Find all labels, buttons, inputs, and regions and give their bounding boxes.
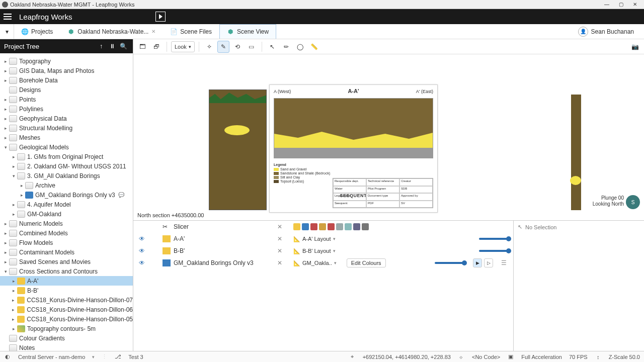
slicer-mode-button[interactable] <box>362 223 369 230</box>
tabs-dropdown-button[interactable]: ▾ <box>0 24 14 39</box>
expand-arrow-icon[interactable] <box>10 154 17 159</box>
box-tool-button[interactable]: ▭ <box>246 41 258 53</box>
tree-item[interactable]: Numeric Models <box>0 219 133 228</box>
layout-dropdown[interactable]: 📐B-B' Layout▾ <box>293 248 336 254</box>
expand-arrow-icon[interactable] <box>10 202 17 207</box>
tree-item[interactable]: GM_Oakland Borings Only v3💬 <box>0 190 133 200</box>
expand-arrow-icon[interactable] <box>2 145 9 150</box>
hamburger-menu-button[interactable] <box>0 9 15 24</box>
window-link-button[interactable]: 🗗 <box>150 41 163 53</box>
look-dropdown[interactable]: Look▾ <box>171 41 195 52</box>
slicer-mode-button[interactable] <box>293 223 300 230</box>
tree-item[interactable]: Polylines <box>0 104 133 114</box>
tree-item[interactable]: 4. Aquifer Model <box>0 200 133 209</box>
expand-arrow-icon[interactable] <box>10 326 17 331</box>
list-options-button[interactable]: ☰ <box>501 259 509 266</box>
branch-name[interactable]: Test 3 <box>128 354 143 360</box>
opacity-slider[interactable] <box>435 262 465 264</box>
scene-list-row[interactable]: ✂Slicer✕ <box>133 221 513 233</box>
visibility-toggle[interactable]: 👁 <box>137 247 146 254</box>
rotate-tool-button[interactable]: ⟲ <box>231 41 244 53</box>
expand-arrow-icon[interactable] <box>2 135 9 140</box>
maximize-button[interactable]: ▢ <box>614 1 628 9</box>
expand-arrow-icon[interactable] <box>2 250 9 255</box>
visibility-toggle[interactable]: 👁 <box>137 235 146 242</box>
remove-item-button[interactable]: ✕ <box>277 247 285 254</box>
slicer-mode-button[interactable] <box>310 223 317 230</box>
tree-item[interactable]: B-B' <box>0 286 133 295</box>
expand-arrow-icon[interactable] <box>10 173 17 178</box>
expand-arrow-icon[interactable] <box>2 97 9 102</box>
expand-arrow-icon[interactable] <box>18 193 25 198</box>
comment-icon[interactable]: 💬 <box>118 192 124 198</box>
tree-pause-button[interactable]: ⏸ <box>107 41 118 52</box>
expand-arrow-icon[interactable] <box>10 279 17 284</box>
scene-list-row[interactable]: 👁B-B'✕📐B-B' Layout▾ <box>133 245 513 257</box>
tree-item[interactable]: CCS18_Korus-Divine-Hanson-Dillon-06 <box>0 305 133 314</box>
tab-scene-view[interactable]: ⬢ Scene View <box>219 24 276 39</box>
tree-search-button[interactable]: 🔍 <box>118 41 129 52</box>
draw-tool-button[interactable]: ✏ <box>280 41 292 53</box>
expand-arrow-icon[interactable] <box>10 307 17 312</box>
tree-item[interactable]: Combined Models <box>0 228 133 238</box>
expand-arrow-icon[interactable] <box>2 231 9 236</box>
tree-item[interactable]: Cross Sections and Contours <box>0 266 133 276</box>
remove-item-button[interactable]: ✕ <box>277 259 285 266</box>
slicer-mode-button[interactable] <box>302 223 309 230</box>
slicer-mode-button[interactable] <box>336 223 343 230</box>
compass-icon[interactable]: S <box>626 195 640 209</box>
remove-item-button[interactable]: ✕ <box>277 235 285 242</box>
orbit-tool-button[interactable]: ✧ <box>203 41 215 53</box>
visibility-toggle[interactable]: 👁 <box>137 259 146 266</box>
tree-item[interactable]: Saved Scenes and Movies <box>0 257 133 266</box>
layout-dropdown[interactable]: 📐GM_Oakla..▾ <box>293 260 337 266</box>
expand-arrow-icon[interactable] <box>2 240 9 245</box>
tree-item[interactable]: Structural Modelling <box>0 123 133 133</box>
tree-item[interactable]: GIS Data, Maps and Photos <box>0 66 133 75</box>
tree-item[interactable]: Archive <box>0 180 133 190</box>
server-status[interactable]: Central Server - nam-demo <box>18 354 85 360</box>
tab-close-icon[interactable]: ✕ <box>151 29 155 34</box>
window-tile-button[interactable]: 🗔 <box>136 41 148 53</box>
expand-arrow-icon[interactable] <box>10 164 17 169</box>
expand-arrow-icon[interactable] <box>2 269 9 274</box>
ruler-tool-button[interactable]: 📏 <box>308 41 320 53</box>
tab-project-file[interactable]: ⬢ Oakland Nebraska-Wate... ✕ <box>60 24 163 39</box>
zscale-status[interactable]: Z-Scale 50.0 <box>609 354 640 360</box>
play-button[interactable]: ▶ <box>473 258 482 267</box>
expand-arrow-icon[interactable] <box>2 221 9 226</box>
expand-arrow-icon[interactable] <box>2 126 9 131</box>
expand-arrow-icon[interactable] <box>2 116 9 121</box>
user-menu[interactable]: 👤 Sean Buchanan <box>568 24 644 39</box>
play-button[interactable] <box>147 12 175 22</box>
tree-item[interactable]: 1. GMs from Original Project <box>0 152 133 161</box>
opacity-slider[interactable] <box>479 238 509 240</box>
select-tool-button[interactable]: ↖ <box>266 41 278 53</box>
tree-item[interactable]: CCS18_Korus-Divine-Hanson-Dillon-05 <box>0 314 133 324</box>
play-outline-button[interactable]: ▷ <box>484 258 493 267</box>
expand-arrow-icon[interactable] <box>2 68 9 73</box>
lasso-tool-button[interactable]: ◯ <box>294 41 306 53</box>
tree-item[interactable]: A-A' <box>0 276 133 286</box>
tree-item[interactable]: 3. GM_All Oakland Borings <box>0 171 133 180</box>
expand-arrow-icon[interactable] <box>2 78 9 83</box>
remove-item-button[interactable]: ✕ <box>277 223 285 230</box>
tree-item[interactable]: Meshes <box>0 133 133 142</box>
slicer-mode-button[interactable] <box>345 223 352 230</box>
tree-item[interactable]: Notes <box>0 343 133 351</box>
tree-item[interactable]: Colour Gradients <box>0 333 133 343</box>
tree-item[interactable]: CCS18_Korus-Divine-Hanson-Dillon-07 <box>0 295 133 305</box>
tree-item[interactable]: Contaminant Models <box>0 247 133 257</box>
tree-item[interactable]: Topography <box>0 56 133 66</box>
tab-projects[interactable]: 🌐 Projects <box>14 24 60 39</box>
tree-item[interactable]: Flow Models <box>0 238 133 247</box>
scene-list-row[interactable]: 👁GM_Oakland Borings Only v3✕📐GM_Oakla..▾… <box>133 257 513 269</box>
expand-arrow-icon[interactable] <box>10 288 17 293</box>
expand-arrow-icon[interactable] <box>10 298 17 303</box>
tree-item[interactable]: Topography contours- 5m <box>0 324 133 333</box>
slicer-mode-button[interactable] <box>328 223 335 230</box>
project-tree-body[interactable]: TopographyGIS Data, Maps and PhotosBoreh… <box>0 53 133 351</box>
tree-item[interactable]: Points <box>0 95 133 104</box>
expand-arrow-icon[interactable] <box>2 107 9 112</box>
tree-item[interactable]: Designs <box>0 85 133 95</box>
